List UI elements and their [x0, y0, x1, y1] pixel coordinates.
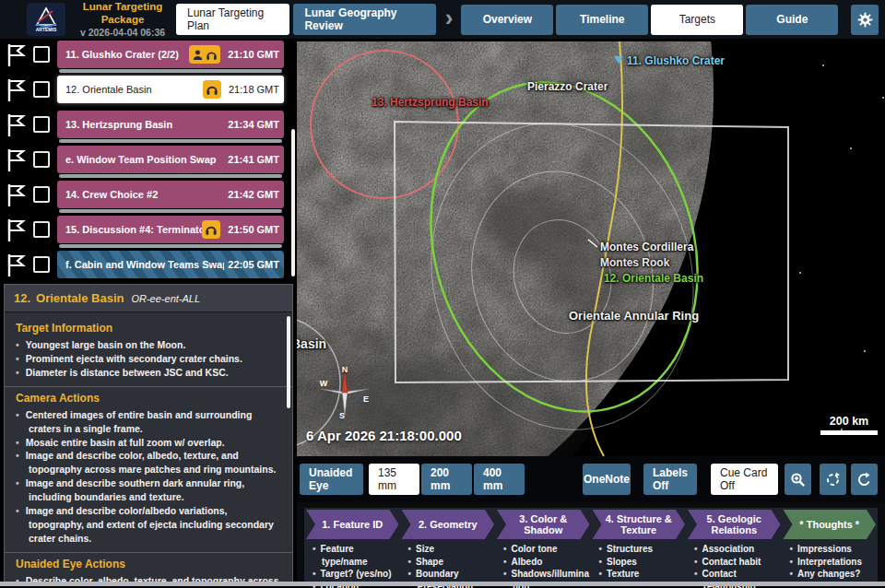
cue-item: Color tone: [503, 543, 590, 556]
cue-item: Impressions: [790, 543, 877, 556]
timeline-item-window-swap[interactable]: e. Window Team Position Swap 21:41 GMT: [57, 146, 284, 173]
zoom-in-icon[interactable]: [785, 464, 811, 495]
map-toolbar: Unaided Eye 135 mm 200 mm 400 mm OneNote…: [297, 456, 885, 502]
compass-s: S: [339, 411, 345, 419]
fov-rectangle: [395, 122, 788, 382]
flag-icon[interactable]: [6, 112, 28, 138]
timeline-row: 15. Discussion #4: Terminator 21:50 GMT: [0, 216, 297, 251]
cordillera-pointer: [588, 240, 597, 247]
timeline-list[interactable]: 11. Glushko Crater (2/2) 21:10 GMT 12. O…: [0, 39, 297, 281]
labels-off-button[interactable]: Labels Off: [643, 464, 697, 495]
timeline-item-title: 12. Orientale Basin: [65, 84, 203, 95]
lens-135mm-button[interactable]: 135 mm: [369, 464, 419, 495]
cue-item: Association: [694, 543, 781, 556]
list-item: Diameter is distance between JSC and KSC…: [16, 366, 279, 380]
details-scrollbar[interactable]: [287, 316, 290, 408]
cue-step-geometry[interactable]: 2. Geometry: [402, 510, 495, 539]
cue-card-ribbon: 1. Feature ID 2. Geometry 3. Color & Sha…: [306, 510, 876, 539]
label-basin-partial: Basin: [297, 336, 326, 351]
tab-lunar-targeting-plan[interactable]: Lunar Targeting Plan: [176, 4, 289, 35]
list-item: Image and describe southern dark annular…: [16, 476, 279, 504]
cue-item: Albedo: [503, 556, 590, 569]
target-number: 12.: [14, 291, 30, 305]
tab-timeline[interactable]: Timeline: [556, 5, 648, 35]
label-glushko-crater: 11. Glushko Crater: [627, 54, 725, 67]
label-orientale-basin: 12. Orientale Basin: [604, 272, 703, 285]
gear-icon[interactable]: [851, 5, 879, 35]
tab-targets[interactable]: Targets: [651, 5, 743, 35]
star: [882, 97, 884, 99]
list-item: Image and describe color, albedo, textur…: [16, 449, 279, 476]
list-scrollbar[interactable]: [291, 129, 295, 276]
checkbox[interactable]: [33, 256, 50, 273]
lens-400mm-button[interactable]: 400 mm: [474, 464, 525, 495]
cue-item: Size: [408, 543, 495, 556]
flag-icon[interactable]: [6, 182, 28, 208]
flag-icon[interactable]: [6, 77, 28, 103]
map-scale: 200 km: [820, 415, 878, 435]
reset-view-icon[interactable]: [851, 464, 878, 495]
list-item: Centered images of entire basin and surr…: [16, 408, 279, 436]
timeline-item-discussion[interactable]: 15. Discussion #4: Terminator 21:50 GMT: [57, 216, 284, 243]
compass-rose-icon: N W E S: [319, 364, 371, 423]
app-header: ARTEMIS Lunar Targeting Package v 2026-0…: [0, 0, 885, 39]
chevron-right-icon[interactable]: ›: [445, 4, 454, 32]
headphones-icon: [206, 49, 218, 61]
cue-item: Structures: [599, 543, 686, 556]
timeline-item-time: 21:10 GMT: [228, 49, 279, 60]
timeline-row: f. Cabin and Window Teams Swap 22:05 GMT: [0, 251, 297, 281]
progress-strip: [59, 209, 282, 213]
cue-step-structure-texture[interactable]: 4. Structure & Texture: [593, 510, 686, 539]
tab-guide[interactable]: Guide: [746, 5, 838, 35]
cue-step-color-shadow[interactable]: 3. Color & Shadow: [497, 510, 590, 539]
onenote-button[interactable]: OneNote: [583, 464, 631, 495]
cue-item: Interpretations: [790, 556, 877, 569]
lens-200mm-button[interactable]: 200 mm: [421, 464, 472, 495]
checkbox[interactable]: [33, 81, 50, 98]
timeline-item-title: e. Window Team Position Swap: [65, 154, 224, 165]
cue-step-feature-id[interactable]: 1. Feature ID: [306, 510, 399, 539]
checkbox[interactable]: [33, 46, 50, 63]
cue-item: Any changes?: [790, 568, 877, 581]
refresh-icon[interactable]: [820, 464, 846, 495]
timeline-item-title: f. Cabin and Window Teams Swap: [65, 259, 224, 270]
flag-icon[interactable]: [6, 218, 28, 243]
checkbox[interactable]: [33, 151, 50, 168]
window-edge-bar: [0, 582, 885, 586]
timeline-item-cabin-swap[interactable]: f. Cabin and Window Teams Swap 22:05 GMT: [57, 251, 284, 278]
timeline-item-glushko[interactable]: 11. Glushko Crater (2/2) 21:10 GMT: [57, 41, 284, 68]
crew-icon: [192, 49, 204, 61]
list-item: Youngest large basin on the Moon.: [16, 338, 279, 352]
flag-icon[interactable]: [6, 147, 28, 173]
checkbox[interactable]: [33, 221, 50, 238]
timeline-item-crew-choice[interactable]: 14. Crew Choice #2 21:42 GMT: [57, 181, 284, 208]
list-item: Prominent ejecta with secondary crater c…: [16, 352, 279, 366]
flag-icon[interactable]: [6, 253, 28, 278]
section-heading-target-information: Target Information: [16, 322, 279, 335]
cue-step-geologic-relations[interactable]: 5. Geologic Relations: [688, 510, 781, 539]
tab-lunar-geography-review[interactable]: Lunar Geography Review: [293, 4, 435, 35]
timeline-item-time: 21:18 GMT: [229, 84, 279, 95]
tab-overview[interactable]: Overview: [461, 5, 553, 35]
label-montes-rook: Montes Rook: [600, 256, 669, 269]
headphones-icon: [206, 83, 218, 96]
nav-tabs: Overview Timeline Targets Guide: [458, 5, 838, 35]
timeline-item-hertzsprung[interactable]: 13. Hertzsprung Basin 21:34 GMT: [57, 111, 284, 138]
app-title-block: Lunar Targeting Package v 2026-04-04 06:…: [73, 0, 172, 39]
cue-card-off-button[interactable]: Cue Card Off: [711, 464, 778, 495]
cue-item: Shape: [408, 556, 495, 569]
app-version: v 2026-04-04 06:36: [73, 27, 172, 39]
timeline-item-orientale-selected[interactable]: 12. Orientale Basin 21:18 GMT: [57, 76, 284, 103]
list-item: Mosaic entire basin at full zoom w/ over…: [16, 436, 279, 450]
star: [799, 272, 801, 274]
lunar-map-view[interactable]: 11. Glushko Crater Pierazzo Crater 13. H…: [297, 41, 885, 456]
unaided-eye-button[interactable]: Unaided Eye: [300, 464, 363, 495]
checkbox[interactable]: [33, 186, 50, 203]
checkbox[interactable]: [33, 116, 50, 133]
scale-label: 200 km: [820, 415, 878, 428]
flag-icon[interactable]: [6, 42, 28, 68]
target-details-header: 12. Orientale Basin OR-ee-ent-ALL: [5, 285, 292, 312]
cue-step-thoughts[interactable]: * Thoughts *: [784, 510, 877, 539]
timeline-row: 13. Hertzsprung Basin 21:34 GMT: [0, 111, 297, 146]
compass-w: W: [320, 379, 328, 388]
